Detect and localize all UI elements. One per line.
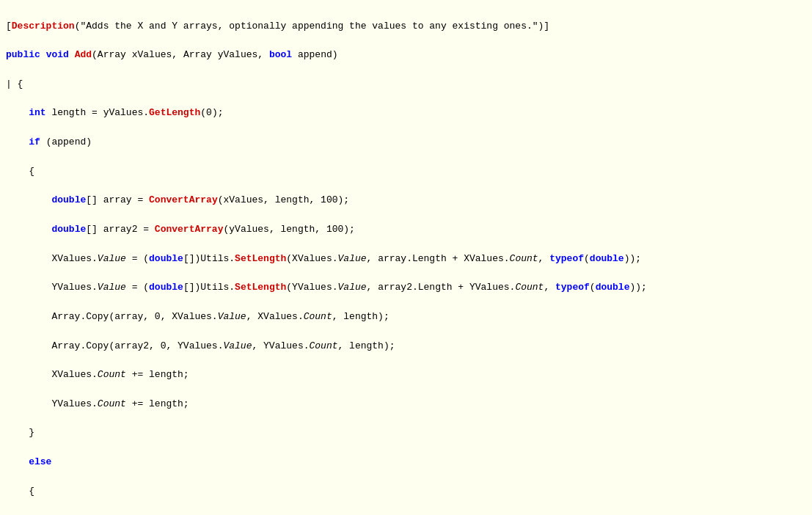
line-10: YValues.Value = (double[])Utils.SetLengt… — [6, 280, 806, 295]
line-6: { — [6, 164, 806, 179]
line-2: public void Add(Array xValues, Array yVa… — [6, 48, 806, 62]
line-4: int length = yValues.GetLength(0); — [6, 106, 806, 120]
line-9: XValues.Value = (double[])Utils.SetLengt… — [6, 252, 806, 266]
line-3: | { — [6, 77, 806, 92]
line-8: double[] array2 = ConvertArray(yValues, … — [6, 222, 806, 237]
line-14: YValues.Count += length; — [6, 397, 806, 412]
line-15: } — [6, 425, 806, 440]
line-13: XValues.Count += length; — [6, 368, 806, 382]
line-17: { — [6, 484, 806, 499]
line-5: if (append) — [6, 135, 806, 150]
code-editor: [Description("Adds the X and Y arrays, o… — [0, 3, 812, 515]
line-1: [Description("Adds the X and Y arrays, o… — [6, 19, 806, 34]
line-7: double[] array = ConvertArray(xValues, l… — [6, 193, 806, 208]
line-11: Array.Copy(array, 0, XValues.Value, XVal… — [6, 310, 806, 324]
line-12: Array.Copy(array2, 0, YValues.Value, YVa… — [6, 339, 806, 354]
line-16: else — [6, 455, 806, 470]
